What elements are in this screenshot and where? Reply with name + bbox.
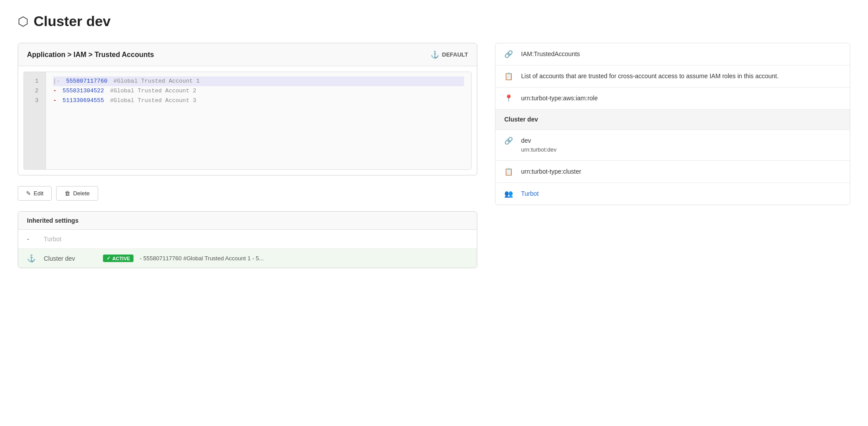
turbot-link-label[interactable]: Turbot (521, 189, 539, 198)
right-row-key: 🔗 IAM:TrustedAccounts (495, 43, 850, 65)
line-numbers: 1 2 3 (24, 72, 46, 169)
code-comment-1: #Global Trusted Account 1 (110, 76, 200, 86)
active-text: ACTIVE (112, 256, 130, 261)
delete-icon: 🗑 (65, 190, 70, 197)
diff-minus-3: - (53, 96, 60, 106)
edit-button[interactable]: ✎ Edit (18, 186, 52, 201)
edit-icon: ✎ (26, 190, 31, 197)
anchor-icon: ⚓ (430, 50, 439, 59)
code-line-3: - 511330694555 #Global Trusted Account 3 (53, 96, 464, 106)
inherited-header: Inherited settings (18, 212, 477, 230)
hierarchy-icon: 👥 (504, 190, 515, 198)
inherited-row-cluster: ⚓ Cluster dev ✓ ACTIVE - 555807117760 #G… (18, 249, 477, 268)
code-value-1: 555807117760 (66, 76, 107, 86)
turbot-label: Turbot (44, 236, 97, 243)
key-name-label: IAM:TrustedAccounts (521, 49, 580, 59)
page-title: Cluster dev (34, 13, 110, 30)
code-comment-3: #Global Trusted Account 3 (107, 96, 196, 106)
cluster-label: Cluster dev (44, 255, 97, 262)
page-header: ⬡ Cluster dev (18, 13, 850, 30)
line-number-3: 3 (28, 96, 41, 106)
badge-label: DEFAULT (442, 51, 468, 58)
line-number-2: 2 (28, 86, 41, 96)
cluster-section-header: Cluster dev (495, 110, 850, 129)
line-number-1: 1 (28, 76, 41, 86)
doc-icon: 📋 (504, 72, 515, 80)
page: ⬡ Cluster dev Application > IAM > Truste… (0, 0, 868, 426)
code-value-3: 511330694555 (63, 96, 104, 106)
main-layout: Application > IAM > Trusted Accounts ⚓ D… (18, 43, 850, 268)
right-section-dev: 🔗 dev urn:turbot:dev (495, 130, 850, 161)
anchor-row-icon: ⚓ (27, 254, 38, 262)
dash-icon: - (27, 235, 38, 243)
right-section-turbot: 👥 Turbot (495, 183, 850, 205)
diff-pipe-1: |- (53, 76, 63, 86)
link-icon: 🔗 (504, 50, 515, 58)
code-content: 1 2 3 |- 555807117760 #Global Trusted Ac… (24, 72, 471, 169)
right-section-desc: 📋 List of accounts that are trusted for … (495, 65, 850, 87)
right-row-turbot: 👥 Turbot (495, 183, 850, 205)
delete-button[interactable]: 🗑 Delete (56, 186, 98, 201)
cluster-value: - 555807117760 #Global Trusted Account 1… (140, 255, 468, 262)
dev-label: dev urn:turbot:dev (521, 136, 556, 154)
stack-icon: 📋 (504, 167, 515, 176)
cluster-section-title: Cluster dev (504, 115, 538, 124)
breadcrumb: Application > IAM > Trusted Accounts (27, 51, 154, 59)
pin-icon: 📍 (504, 94, 515, 103)
right-panel: 🔗 IAM:TrustedAccounts 📋 List of accounts… (495, 43, 850, 205)
link2-icon: 🔗 (504, 137, 515, 145)
code-line-2: - 555831304522 #Global Trusted Account 2 (53, 86, 464, 96)
right-section-cluster-header: Cluster dev (495, 110, 850, 130)
dev-urn-label: urn:turbot:dev (521, 145, 556, 154)
action-buttons: ✎ Edit 🗑 Delete (18, 186, 477, 201)
right-section-type: 📍 urn:turbot-type:aws:iam:role (495, 87, 850, 110)
main-card: Application > IAM > Trusted Accounts ⚓ D… (18, 43, 477, 175)
code-lines[interactable]: |- 555807117760 #Global Trusted Account … (46, 72, 471, 169)
left-panel: Application > IAM > Trusted Accounts ⚓ D… (18, 43, 477, 268)
code-line-1: |- 555807117760 #Global Trusted Account … (53, 76, 464, 86)
right-row-cluster-type: 📋 urn:turbot-type:cluster (495, 161, 850, 183)
delete-label: Delete (73, 190, 90, 197)
description-label: List of accounts that are trusted for cr… (521, 72, 779, 81)
active-badge: ✓ ACTIVE (103, 255, 133, 262)
edit-label: Edit (34, 190, 43, 197)
right-row-desc: 📋 List of accounts that are trusted for … (495, 65, 850, 87)
right-row-type: 📍 urn:turbot-type:aws:iam:role (495, 87, 850, 109)
cluster-type-label: urn:turbot-type:cluster (521, 167, 581, 176)
right-section-key: 🔗 IAM:TrustedAccounts (495, 43, 850, 65)
code-editor: 1 2 3 |- 555807117760 #Global Trusted Ac… (23, 72, 472, 170)
inherited-row-turbot: - Turbot (18, 230, 477, 249)
type-urn-label: urn:turbot-type:aws:iam:role (521, 94, 598, 103)
cluster-icon: ⬡ (18, 14, 28, 29)
checkmark-icon: ✓ (107, 255, 110, 261)
diff-minus-2: - (53, 86, 60, 96)
right-section-cluster-type: 📋 urn:turbot-type:cluster (495, 161, 850, 183)
code-comment-2: #Global Trusted Account 2 (107, 86, 196, 96)
default-badge: ⚓ DEFAULT (430, 50, 468, 59)
code-value-2: 555831304522 (63, 86, 104, 96)
inherited-card: Inherited settings - Turbot ⚓ Cluster de… (18, 211, 477, 268)
right-row-dev: 🔗 dev urn:turbot:dev (495, 130, 850, 160)
card-header: Application > IAM > Trusted Accounts ⚓ D… (18, 43, 477, 66)
